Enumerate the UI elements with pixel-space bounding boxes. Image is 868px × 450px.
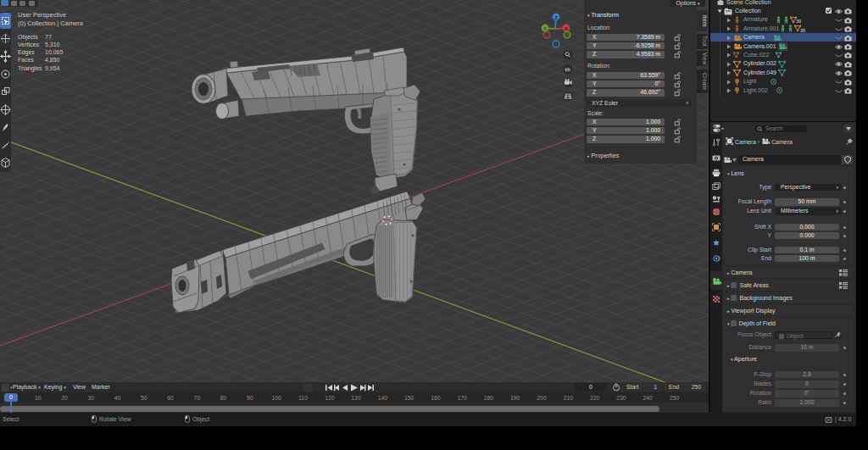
svg-text:Z: Z <box>554 15 558 20</box>
svg-text:Y: Y <box>543 26 547 31</box>
svg-text:X: X <box>565 26 568 31</box>
